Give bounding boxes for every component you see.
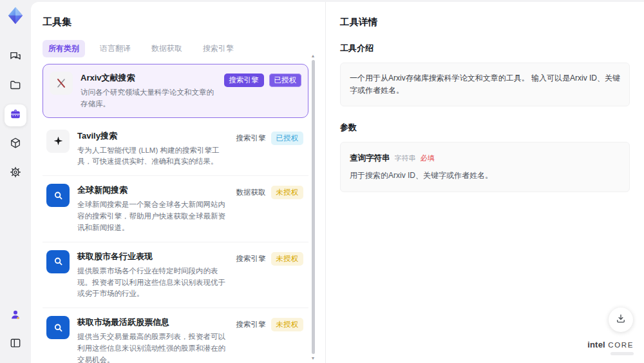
- folder-icon: [9, 79, 22, 94]
- scroll-down-icon[interactable]: ▼: [311, 356, 316, 360]
- gem-logo-icon: [6, 6, 25, 25]
- tab-language-translation[interactable]: 语言翻译: [94, 40, 137, 57]
- sidebar-item-files[interactable]: [5, 75, 26, 97]
- param-type: 字符串: [395, 153, 416, 164]
- panel-toggle-button[interactable]: [5, 333, 26, 355]
- tool-desc: 访问各个研究领域大量科学论文和文章的存储库。: [80, 87, 216, 110]
- tool-title: 获取股市各行业表现: [77, 251, 229, 262]
- param-name: 查询字符串: [350, 152, 390, 164]
- tool-desc: 专为人工智能代理 (LLM) 构建的搜索引擎工具，可快速提供实时、准确和真实的结…: [77, 145, 229, 168]
- app-logo: [5, 5, 26, 26]
- category-badge: 搜索引擎: [224, 74, 264, 87]
- tab-data-fetch[interactable]: 数据获取: [146, 40, 188, 57]
- tool-title: Tavily搜索: [77, 130, 229, 142]
- brand-intel-text: intel: [587, 340, 605, 349]
- download-icon: [615, 313, 627, 327]
- app-window: 工具集 所有类别 语言翻译 数据获取 搜索引擎 Arxiv文献搜索 访问各个研究…: [0, 0, 644, 363]
- intro-box: 一个用于从Arxiv存储库搜索科学论文和文章的工具。 输入可以是Arxiv ID…: [340, 63, 630, 106]
- scrollbar-thumb[interactable]: [312, 60, 315, 354]
- sidebar-item-chat[interactable]: [5, 46, 26, 68]
- param-required-badge: 必填: [421, 153, 435, 164]
- page-title: 工具集: [43, 16, 308, 28]
- tool-detail-pane: 工具详情 工具介绍 一个用于从Arxiv存储库搜索科学论文和文章的工具。 输入可…: [325, 2, 644, 363]
- category-label: 搜索引擎: [236, 318, 266, 331]
- sidebar-nav: [5, 46, 26, 184]
- tab-search-engine[interactable]: 搜索引擎: [197, 40, 240, 57]
- tool-title: 全球新闻搜索: [77, 184, 229, 196]
- news-search-icon: [46, 316, 70, 339]
- chat-icon: [9, 50, 22, 65]
- category-tabs: 所有类别 语言翻译 数据获取 搜索引擎: [43, 40, 308, 57]
- tool-title: Arxiv文献搜索: [80, 72, 216, 84]
- sidebar-item-models[interactable]: [5, 133, 26, 155]
- toolbox-icon: [9, 108, 22, 123]
- user-avatar-icon: [9, 308, 22, 324]
- params-heading: 参数: [340, 122, 630, 133]
- auth-badge: 已授权: [269, 74, 302, 87]
- sparkle-icon: [46, 130, 70, 153]
- auth-badge: 已授权: [271, 132, 304, 145]
- news-search-icon: [46, 184, 70, 207]
- tool-card-sector-performance[interactable]: 获取股市各行业表现 提供股票市场各个行业在特定时间段内的表现。投资者可以利用这些…: [43, 242, 308, 308]
- tool-card-global-news[interactable]: 全球新闻搜索 全球新闻搜索是一个聚合全球各大新闻网站内容的搜索引擎，帮助用户快速…: [43, 176, 308, 242]
- category-label: 数据获取: [236, 186, 266, 199]
- tool-card-active-stocks[interactable]: 获取市场最活跃股票信息 提供当天交易量最高的股票列表，投资者可以利用这些信息来识…: [43, 308, 308, 363]
- sidebar: [0, 0, 31, 363]
- cube-icon: [9, 137, 22, 152]
- scroll-up-icon[interactable]: ▲: [311, 54, 316, 58]
- tool-title: 获取市场最活跃股票信息: [77, 317, 229, 328]
- brand-core-text: CORE: [608, 341, 634, 349]
- gear-icon: [9, 166, 22, 181]
- category-label: 搜索引擎: [236, 252, 266, 266]
- tool-desc: 提供当天交易量最高的股票列表，投资者可以利用这些信息来识别流动性强的股票和潜在的…: [77, 331, 229, 363]
- sidebar-bottom: [5, 305, 26, 355]
- download-button[interactable]: [609, 308, 633, 332]
- auth-badge: 未授权: [271, 186, 304, 199]
- auth-badge: 未授权: [271, 252, 304, 266]
- auth-badge: 未授权: [271, 318, 304, 331]
- arxiv-icon: [50, 72, 73, 95]
- intro-heading: 工具介绍: [340, 43, 630, 54]
- user-avatar[interactable]: [5, 305, 26, 327]
- tab-all-categories[interactable]: 所有类别: [43, 40, 85, 57]
- intel-core-logo: intel CORE: [587, 338, 634, 355]
- category-label: 搜索引擎: [236, 132, 266, 145]
- param-box: 查询字符串 字符串 必填 用于搜索的Arxiv ID、关键字或作者姓名。: [340, 142, 630, 191]
- param-desc: 用于搜索的Arxiv ID、关键字或作者姓名。: [350, 170, 620, 182]
- tool-desc: 全球新闻搜索是一个聚合全球各大新闻网站内容的搜索引擎，帮助用户快速获取全球最新资…: [77, 199, 229, 233]
- main-content: 工具集 所有类别 语言翻译 数据获取 搜索引擎 Arxiv文献搜索 访问各个研究…: [31, 2, 644, 363]
- panel-toggle-icon: [9, 337, 22, 352]
- tool-list-pane: 工具集 所有类别 语言翻译 数据获取 搜索引擎 Arxiv文献搜索 访问各个研究…: [31, 2, 325, 363]
- sidebar-item-tools[interactable]: [5, 104, 26, 126]
- tool-card-arxiv[interactable]: Arxiv文献搜索 访问各个研究领域大量科学论文和文章的存储库。 搜索引擎 已授…: [43, 64, 308, 118]
- news-search-icon: [46, 250, 70, 273]
- sidebar-item-settings[interactable]: [5, 162, 26, 184]
- brand-subtext-bar: [611, 352, 634, 355]
- tool-card-tavily[interactable]: Tavily搜索 专为人工智能代理 (LLM) 构建的搜索引擎工具，可快速提供实…: [43, 122, 308, 177]
- list-scrollbar[interactable]: ▲ ▼: [310, 54, 316, 360]
- detail-title: 工具详情: [340, 16, 630, 28]
- tool-desc: 提供股票市场各个行业在特定时间段内的表现。投资者可以利用这些信息来识别表现优于或…: [77, 266, 229, 300]
